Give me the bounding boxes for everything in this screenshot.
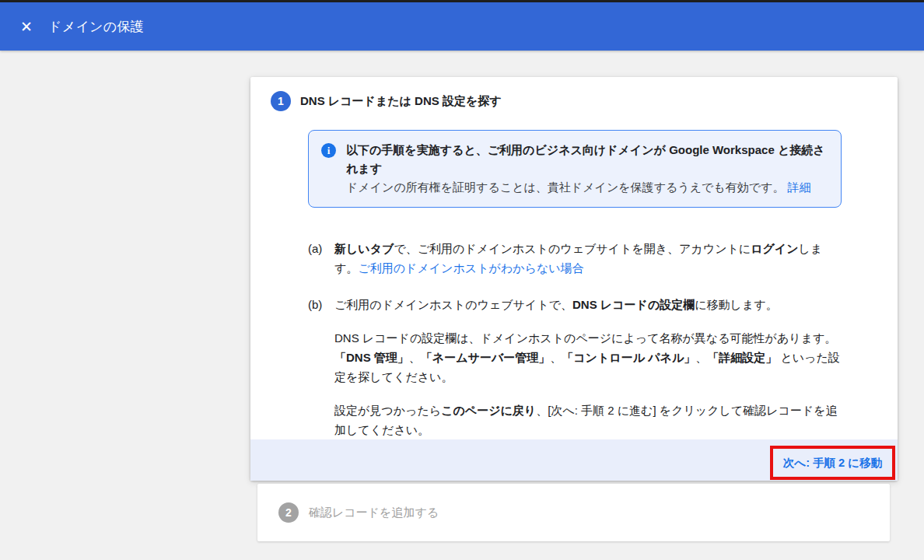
step1-card: 1 DNS レコードまたは DNS 設定を探す i 以下の手順を実施すると、ご利… <box>250 77 898 481</box>
item-b-paragraph-2: 設定が見つかったらこのページに戻り、[次へ: 手順 2 に進む] をクリックして… <box>334 401 842 439</box>
info-icon: i <box>321 143 336 158</box>
close-icon[interactable]: ✕ <box>11 11 42 42</box>
close-glyph: ✕ <box>20 19 33 34</box>
details-link[interactable]: 詳細 <box>788 180 811 194</box>
instruction-list: (a) 新しいタブで、ご利用のドメインホストのウェブサイトを開き、アカウントにロ… <box>308 239 842 439</box>
item-b-marker: (b) <box>308 295 334 439</box>
item-b-text: ご利用のドメインホストのウェブサイトで、DNS レコードの設定欄に移動します。 … <box>334 295 842 439</box>
annotation-highlight-box: 次へ: 手順 2 に移動 <box>770 446 895 480</box>
step2-number-badge: 2 <box>278 502 299 523</box>
step1-header: 1 DNS レコードまたは DNS 設定を探す <box>250 77 898 111</box>
unknown-host-link[interactable]: ご利用のドメインホストがわからない場合 <box>358 261 583 275</box>
item-b-paragraph-1: DNS レコードの設定欄は、ドメインホストのページによって名称が異なる可能性があ… <box>334 328 842 387</box>
dialog-title: ドメインの保護 <box>48 18 144 36</box>
info-banner-text: 以下の手順を実施すると、ご利用のビジネス向けドメインが Google Works… <box>346 141 828 197</box>
step1-title: DNS レコードまたは DNS 設定を探す <box>300 94 502 109</box>
step1-footer-bar: 次へ: 手順 2 に移動 <box>250 439 898 481</box>
list-item-a: (a) 新しいタブで、ご利用のドメインホストのウェブサイトを開き、アカウントにロ… <box>308 239 842 278</box>
info-banner-heading: 以下の手順を実施すると、ご利用のビジネス向けドメインが Google Works… <box>346 143 825 175</box>
step1-number-badge: 1 <box>271 91 291 111</box>
dialog-header: ✕ ドメインの保護 <box>0 2 924 51</box>
next-step-link[interactable]: 次へ: 手順 2 に移動 <box>783 456 882 471</box>
info-banner: i 以下の手順を実施すると、ご利用のビジネス向けドメインが Google Wor… <box>308 130 842 208</box>
step2-title: 確認レコードを追加する <box>309 506 439 520</box>
item-a-marker: (a) <box>308 239 334 278</box>
list-item-b: (b) ご利用のドメインホストのウェブサイトで、DNS レコードの設定欄に移動し… <box>308 295 842 439</box>
info-banner-body: ドメインの所有権を証明することは、貴社ドメインを保護するうえでも有効です。 <box>346 180 788 194</box>
step2-card[interactable]: 2 確認レコードを追加する <box>257 484 890 541</box>
item-a-text: 新しいタブで、ご利用のドメインホストのウェブサイトを開き、アカウントにログインし… <box>334 239 842 278</box>
